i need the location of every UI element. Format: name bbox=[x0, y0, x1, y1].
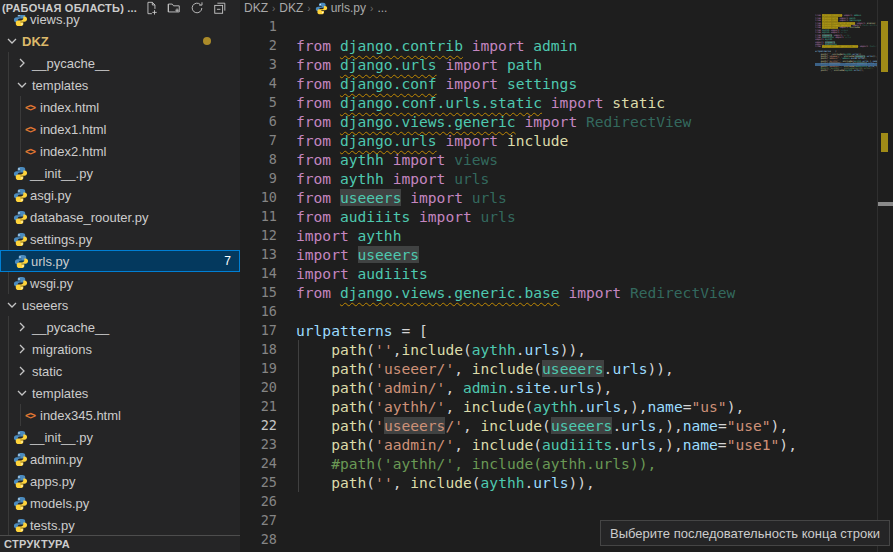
code-line-5[interactable]: 5from django.conf.urls.static import sta… bbox=[240, 93, 893, 112]
line-number[interactable]: 13 bbox=[240, 245, 277, 264]
explorer-sidebar: views.pyDKZ__pycache__templates<>index.h… bbox=[0, 0, 240, 552]
line-number[interactable]: 6 bbox=[240, 112, 277, 131]
tree-item-asgi.py[interactable]: asgi.py bbox=[0, 184, 240, 206]
line-number[interactable]: 27 bbox=[240, 511, 277, 530]
tree-item-database_roouter.py[interactable]: database_roouter.py bbox=[0, 206, 240, 228]
file-tree: views.pyDKZ__pycache__templates<>index.h… bbox=[0, 8, 240, 536]
code-line-2[interactable]: 2from django.contrib import admin bbox=[240, 36, 893, 55]
line-number[interactable]: 19 bbox=[240, 359, 277, 378]
line-number[interactable]: 26 bbox=[240, 492, 277, 511]
code-line-19[interactable]: 19 path('useeer/', include(useeers.urls)… bbox=[240, 359, 893, 378]
line-number[interactable]: 8 bbox=[240, 150, 277, 169]
code-token: urls bbox=[560, 379, 595, 396]
line-number[interactable]: 1 bbox=[240, 17, 277, 36]
tree-item-apps.py[interactable]: apps.py bbox=[0, 470, 240, 492]
code-line-10[interactable]: 10from useeers import urls bbox=[240, 188, 893, 207]
line-number[interactable]: 28 bbox=[240, 530, 277, 549]
tree-item-admin.py[interactable]: admin.py bbox=[0, 448, 240, 470]
breadcrumb-folder[interactable]: DKZ bbox=[279, 1, 303, 15]
tree-item-tests.py[interactable]: tests.py bbox=[0, 514, 240, 536]
line-number[interactable]: 21 bbox=[240, 397, 277, 416]
tree-item-index345.html[interactable]: <>index345.html bbox=[0, 404, 240, 426]
tree-item-index2.html[interactable]: <>index2.html bbox=[0, 140, 240, 162]
tree-item-__pycache__[interactable]: __pycache__ bbox=[0, 316, 240, 338]
line-number[interactable]: 24 bbox=[240, 454, 277, 473]
tree-item-urls.py[interactable]: urls.py7 bbox=[0, 250, 240, 272]
code-line-9[interactable]: 9from aythh import urls bbox=[240, 169, 893, 188]
line-number[interactable]: 10 bbox=[240, 188, 277, 207]
line-number[interactable]: 15 bbox=[240, 283, 277, 302]
tree-item-index.html[interactable]: <>index.html bbox=[0, 96, 240, 118]
code-line-8[interactable]: 8from aythh import views bbox=[240, 150, 893, 169]
minimap[interactable]: from django.contrib import adminfrom dja… bbox=[815, 13, 877, 133]
code-line-11[interactable]: 11from audiiits import urls bbox=[240, 207, 893, 226]
tree-item-index1.html[interactable]: <>index1.html bbox=[0, 118, 240, 140]
tree-item-templates[interactable]: templates bbox=[0, 382, 240, 404]
line-number[interactable]: 4 bbox=[240, 74, 277, 93]
line-number[interactable]: 25 bbox=[240, 473, 277, 492]
outline-section-header[interactable]: СТРУКТУРА bbox=[0, 535, 240, 552]
line-number[interactable]: 16 bbox=[240, 302, 277, 321]
line-number[interactable]: 18 bbox=[240, 340, 277, 359]
code-line-22[interactable]: 22 path('useeers/', include(useeers.urls… bbox=[240, 416, 893, 435]
tree-item-__pycache__[interactable]: __pycache__ bbox=[0, 52, 240, 74]
new-folder-icon[interactable] bbox=[166, 0, 182, 16]
overview-ruler[interactable] bbox=[877, 0, 893, 552]
tree-item-static[interactable]: static bbox=[0, 360, 240, 382]
code-line-1[interactable]: 1 bbox=[240, 17, 893, 36]
code-line-21[interactable]: 21 path('aythh/', include(aythh.urls,),n… bbox=[240, 397, 893, 416]
code-line-13[interactable]: 13import useeers bbox=[240, 245, 893, 264]
code-line-4[interactable]: 4from django.conf import settings bbox=[240, 74, 893, 93]
line-number[interactable]: 3 bbox=[240, 55, 277, 74]
line-number[interactable]: 12 bbox=[240, 226, 277, 245]
tree-item-migrations[interactable]: migrations bbox=[0, 338, 240, 360]
tree-item-settings.py[interactable]: settings.py bbox=[0, 228, 240, 250]
code-token: '' bbox=[375, 474, 393, 491]
code-line-20[interactable]: 20 path('admin/', admin.site.urls), bbox=[240, 378, 893, 397]
tree-item-DKZ[interactable]: DKZ bbox=[0, 30, 240, 52]
chevron-right-icon bbox=[14, 319, 30, 335]
collapse-all-icon[interactable] bbox=[212, 0, 228, 16]
code-line-7[interactable]: 7from django.urls import include bbox=[240, 131, 893, 150]
code-area[interactable]: 12from django.contrib import admin3from … bbox=[240, 17, 893, 549]
code-line-17[interactable]: 17urlpatterns = [ bbox=[240, 321, 893, 340]
breadcrumb-folder[interactable]: DKZ bbox=[244, 1, 268, 15]
tree-item-__init__.py[interactable]: __init__.py bbox=[0, 426, 240, 448]
code-line-16[interactable]: 16 bbox=[240, 302, 893, 321]
code-line-28 bbox=[815, 78, 877, 80]
breadcrumb-file[interactable]: urls.py bbox=[331, 1, 366, 15]
code-line-6[interactable]: 6from django.views.generic import Redire… bbox=[240, 112, 893, 131]
code-line-18[interactable]: 18 path('',include(aythh.urls)), bbox=[240, 340, 893, 359]
code-token: useeers bbox=[551, 417, 613, 434]
code-line-14[interactable]: 14import audiiits bbox=[240, 264, 893, 283]
line-number[interactable]: 14 bbox=[240, 264, 277, 283]
line-number[interactable]: 20 bbox=[240, 378, 277, 397]
line-number[interactable]: 17 bbox=[240, 321, 277, 340]
line-number[interactable]: 5 bbox=[240, 93, 277, 112]
tree-item-useeers[interactable]: useeers bbox=[0, 294, 240, 316]
code-line-25[interactable]: 25 path('', include(aythh.urls)), bbox=[240, 473, 893, 492]
line-number[interactable]: 23 bbox=[240, 435, 277, 454]
line-number[interactable]: 7 bbox=[240, 131, 277, 150]
explorer-section-header[interactable]: (РАБОЧАЯ ОБЛАСТЬ) ... bbox=[0, 0, 240, 15]
code-line-24[interactable]: 24 #path('aythh/', include(aythh.urls)), bbox=[240, 454, 893, 473]
line-number[interactable]: 9 bbox=[240, 169, 277, 188]
line-number[interactable]: 22 bbox=[240, 416, 277, 435]
tree-item-__init__.py[interactable]: __init__.py bbox=[0, 162, 240, 184]
tree-item-models.py[interactable]: models.py bbox=[0, 492, 240, 514]
tree-item-wsgi.py[interactable]: wsgi.py bbox=[0, 272, 240, 294]
refresh-icon[interactable] bbox=[189, 0, 205, 16]
new-file-icon[interactable] bbox=[143, 0, 159, 16]
code-line-23[interactable]: 23 path('aadmin/', include(audiiits.urls… bbox=[240, 435, 893, 454]
code-line-15[interactable]: 15from django.views.generic.base import … bbox=[240, 283, 893, 302]
code-line-26[interactable]: 26 bbox=[240, 492, 893, 511]
code-token: import bbox=[542, 94, 612, 111]
line-number[interactable]: 2 bbox=[240, 36, 277, 55]
outline-title: СТРУКТУРА bbox=[0, 538, 70, 550]
code-line-3[interactable]: 3from django.urls import path bbox=[240, 55, 893, 74]
breadcrumb[interactable]: DKZ › DKZ › urls.py › ... bbox=[244, 0, 387, 16]
code-line-12[interactable]: 12import aythh bbox=[240, 226, 893, 245]
line-number[interactable]: 11 bbox=[240, 207, 277, 226]
breadcrumb-symbol[interactable]: ... bbox=[377, 1, 387, 15]
tree-item-templates[interactable]: templates bbox=[0, 74, 240, 96]
